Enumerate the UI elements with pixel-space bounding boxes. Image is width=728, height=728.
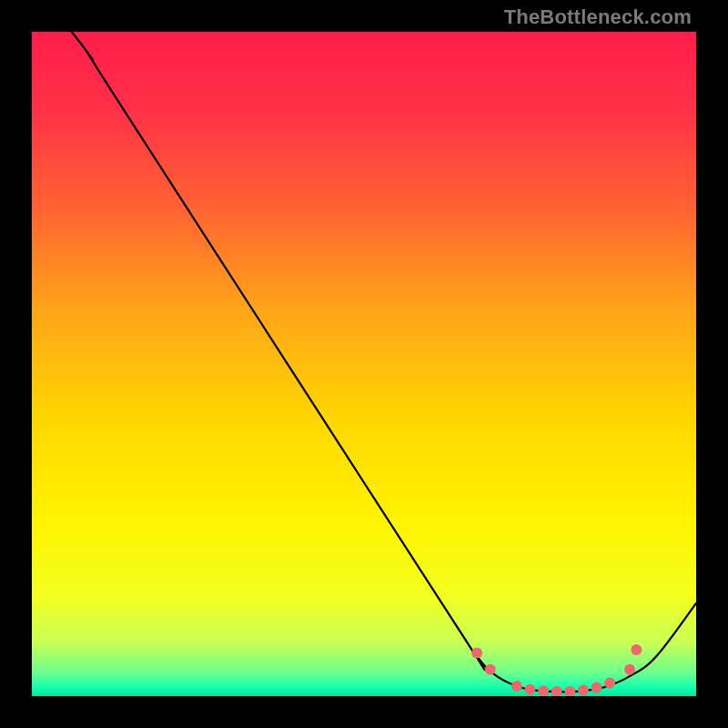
gradient-background [32,32,696,696]
chart-frame: TheBottleneck.com [0,0,728,728]
plot-area [32,32,696,696]
watermark-text: TheBottleneck.com [504,5,692,29]
